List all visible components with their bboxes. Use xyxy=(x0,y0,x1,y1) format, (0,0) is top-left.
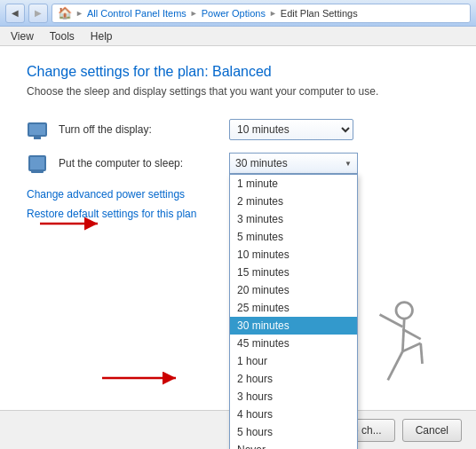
svg-line-5 xyxy=(402,329,420,339)
svg-line-7 xyxy=(402,343,420,351)
display-label: Turn off the display: xyxy=(59,123,218,136)
svg-line-6 xyxy=(388,351,403,380)
option-1min[interactable]: 1 minute xyxy=(230,175,357,193)
option-4hr[interactable]: 4 hours xyxy=(230,406,357,423)
sleep-dropdown-list: 1 minute 2 minutes 3 minutes 5 minutes 1… xyxy=(229,174,358,449)
breadcrumb-sep-2: ► xyxy=(190,9,198,18)
sleep-setting-row: Put the computer to sleep: 30 minutes ▼ … xyxy=(27,153,449,174)
main-content: Change settings for the plan: Balanced C… xyxy=(0,46,476,449)
option-15min[interactable]: 15 minutes xyxy=(230,264,357,281)
monitor-icon xyxy=(27,119,48,140)
cancel-button[interactable]: Cancel xyxy=(402,419,462,442)
red-arrow-display xyxy=(36,210,107,237)
sleep-dropdown-display[interactable]: 30 minutes ▼ xyxy=(229,153,358,174)
menu-tools[interactable]: Tools xyxy=(43,28,82,44)
computer-icon xyxy=(27,153,48,174)
breadcrumb-sep-3: ► xyxy=(269,9,277,18)
option-25min[interactable]: 25 minutes xyxy=(230,299,357,317)
forward-button[interactable]: ▶ xyxy=(28,4,48,23)
display-select[interactable]: 10 minutes xyxy=(229,119,353,140)
option-1hr[interactable]: 1 hour xyxy=(230,352,357,370)
option-never[interactable]: Never xyxy=(230,441,357,449)
breadcrumb-sep-1: ► xyxy=(75,9,83,18)
option-30min[interactable]: 30 minutes xyxy=(230,317,357,335)
page-title: Change settings for the plan: Balanced xyxy=(27,64,449,80)
option-3min[interactable]: 3 minutes xyxy=(230,210,357,228)
option-10min[interactable]: 10 minutes xyxy=(230,246,357,264)
title-bar: ◀ ▶ 🏠 ► All Control Panel Items ► Power … xyxy=(0,0,476,27)
breadcrumb-item-2[interactable]: Power Options xyxy=(202,8,266,19)
svg-line-8 xyxy=(421,343,423,364)
dropdown-arrow-icon: ▼ xyxy=(345,160,352,168)
option-3hr[interactable]: 3 hours xyxy=(230,388,357,406)
breadcrumb-home-icon: 🏠 xyxy=(58,6,72,20)
svg-line-3 xyxy=(402,319,404,351)
option-20min[interactable]: 20 minutes xyxy=(230,281,357,299)
svg-point-2 xyxy=(396,303,412,319)
sleep-label: Put the computer to sleep: xyxy=(59,157,218,169)
option-2min[interactable]: 2 minutes xyxy=(230,193,357,210)
breadcrumb-item-1[interactable]: All Control Panel Items xyxy=(87,8,186,19)
sleep-dropdown[interactable]: 30 minutes ▼ 1 minute 2 minutes 3 minute… xyxy=(229,153,358,174)
menu-help[interactable]: Help xyxy=(83,28,120,44)
back-button[interactable]: ◀ xyxy=(5,4,25,23)
page-subtitle: Choose the sleep and display settings th… xyxy=(27,85,449,98)
display-setting-row: Turn off the display: 10 minutes xyxy=(27,119,449,140)
breadcrumb-item-3: Edit Plan Settings xyxy=(281,8,358,19)
red-arrow-never xyxy=(98,365,186,391)
option-5hr[interactable]: 5 hours xyxy=(230,423,357,441)
option-45min[interactable]: 45 minutes xyxy=(230,335,357,352)
option-5min[interactable]: 5 minutes xyxy=(230,228,357,246)
breadcrumb: 🏠 ► All Control Panel Items ► Power Opti… xyxy=(52,4,471,23)
sleep-dropdown-value: 30 minutes xyxy=(235,157,288,169)
menu-bar: View Tools Help xyxy=(0,27,476,46)
stick-figure-decoration xyxy=(361,298,432,405)
option-2hr[interactable]: 2 hours xyxy=(230,370,357,388)
menu-view[interactable]: View xyxy=(4,28,41,44)
